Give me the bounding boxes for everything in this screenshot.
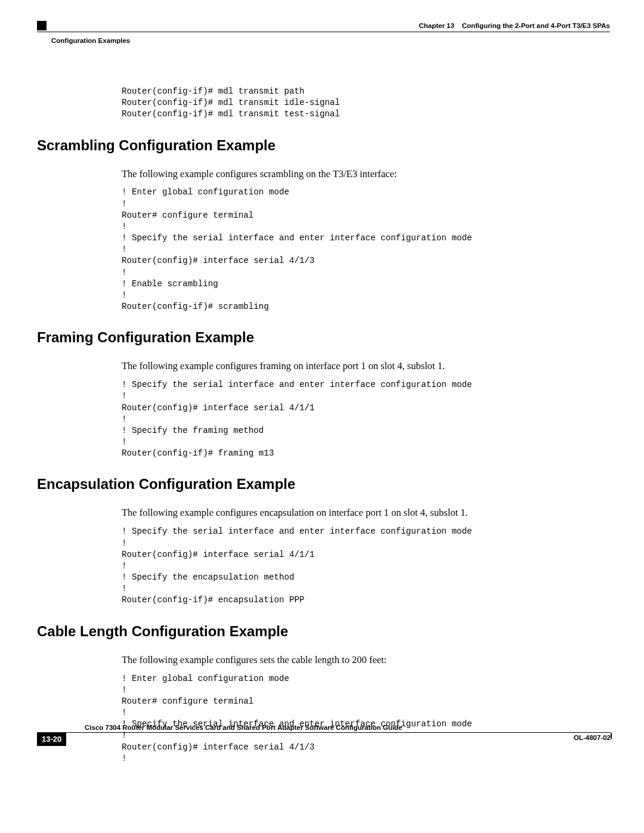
header-rule [37, 32, 610, 32]
footer-tick-icon [611, 733, 612, 739]
code-block: ! Enter global configuration mode ! Rout… [122, 187, 610, 312]
section-name: Configuration Examples [0, 37, 644, 44]
section-heading-scrambling: Scrambling Configuration Example [37, 137, 610, 154]
code-block: ! Specify the serial interface and enter… [122, 526, 610, 606]
section-intro: The following example configures sets th… [122, 653, 610, 667]
chapter-info: Chapter 13 Configuring the 2-Port and 4-… [419, 22, 610, 29]
intro-code-block: Router(config-if)# mdl transmit path Rou… [122, 86, 610, 120]
section-heading-cable-length: Cable Length Configuration Example [37, 623, 610, 640]
footer-doc-title: Cisco 7304 Router Modular Services Card … [85, 724, 611, 731]
header-marker-icon [37, 21, 47, 30]
page-number: 13-20 [37, 733, 66, 746]
section-intro: The following example configures encapsu… [122, 506, 610, 520]
code-block: ! Specify the serial interface and enter… [122, 379, 610, 459]
section-heading-encapsulation: Encapsulation Configuration Example [37, 476, 610, 493]
chapter-label: Chapter 13 [419, 22, 454, 29]
section-heading-framing: Framing Configuration Example [37, 329, 610, 346]
code-block: ! Enter global configuration mode ! Rout… [122, 673, 610, 764]
footer-doc-id: OL-4807-02 [574, 734, 611, 741]
page-header: Chapter 13 Configuring the 2-Port and 4-… [0, 21, 644, 30]
section-intro: The following example configures scrambl… [122, 167, 610, 181]
section-intro: The following example configures framing… [122, 359, 610, 373]
page-footer: Cisco 7304 Router Modular Services Card … [0, 724, 644, 745]
chapter-title: Configuring the 2-Port and 4-Port T3/E3 … [462, 22, 610, 29]
